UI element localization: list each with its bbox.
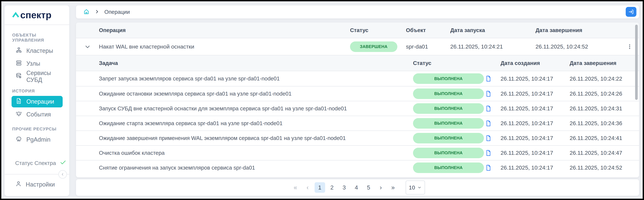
task-created-date: 26.11.2025, 10:24:17: [500, 135, 570, 141]
spectr-status: Статус Спектра: [4, 159, 69, 167]
task-status-badge: ВЫПОЛНЕНА: [413, 163, 484, 173]
task-name: Ожидание завершения применения WAL экзем…: [99, 135, 413, 141]
sidebar-spacer: [4, 147, 69, 159]
sidebar-item-label: PgAdmin: [26, 136, 50, 143]
page-size-select[interactable]: 10: [406, 181, 425, 195]
col-header-start-date: Дата запуска: [450, 27, 536, 33]
pagination-next-button[interactable]: ›: [376, 182, 386, 193]
task-log-file-icon[interactable]: [485, 120, 500, 127]
task-created-date: 26.11.2025, 10:24:17: [500, 165, 570, 171]
task-created-date: 26.11.2025, 10:24:17: [500, 120, 570, 126]
operation-end-date: 26.11.2025, 10:24:52: [536, 43, 620, 50]
task-name: Снятие ограничения на запуск экземпляров…: [99, 165, 413, 171]
sidebar-item-events[interactable]: События: [12, 109, 63, 120]
task-created-date: 26.11.2025, 10:24:17: [500, 91, 570, 97]
task-end-date: 26.11.2025, 10:24:31: [570, 105, 639, 112]
sidebar-item-operations[interactable]: Операции: [12, 96, 63, 107]
sidebar-divider: [4, 174, 69, 175]
col-header-end-date: Дата завершения: [536, 27, 620, 33]
vertical-scrollbar-thumb[interactable]: [635, 25, 638, 100]
nodes-icon: [16, 60, 22, 68]
collapse-row-chevron-icon[interactable]: [76, 43, 99, 50]
sidebar-item-nodes[interactable]: Узлы: [12, 58, 63, 69]
page-background: спектр ОБЪЕКТЫ УПРАВЛЕНИЯ Кластеры Узлы: [1, 1, 643, 199]
task-log-file-icon[interactable]: [485, 90, 500, 97]
spectr-status-label: Статус Спектра: [15, 160, 56, 166]
task-row: Ожидание остановки экземпляра сервиса sp…: [76, 86, 639, 101]
section-label-objects: ОБЪЕКТЫ УПРАВЛЕНИЯ: [12, 33, 63, 43]
logout-button[interactable]: [626, 7, 636, 17]
task-log-file-icon[interactable]: [485, 150, 500, 156]
col-header-object: Объект: [406, 27, 450, 33]
col-header-created-date: Дата создания: [500, 60, 570, 66]
sidebar-nav: ОБЪЕКТЫ УПРАВЛЕНИЯ Кластеры Узлы Сервисы…: [4, 25, 69, 147]
sidebar-collapse-button[interactable]: [58, 170, 67, 179]
operation-start-date: 26.11.2025, 10:24:21: [450, 43, 536, 50]
task-name: Ожидание старта экземпляра сервиса spr-d…: [99, 120, 413, 126]
task-created-date: 26.11.2025, 10:24:17: [500, 150, 570, 156]
logo-caret-icon: [12, 12, 19, 18]
task-created-date: 26.11.2025, 10:24:17: [500, 105, 570, 112]
task-name: Запуск СУБД вне кластерной оснастки для …: [99, 105, 413, 112]
exit-arrow-icon: [628, 9, 634, 15]
pagination-page-5[interactable]: 5: [364, 182, 374, 193]
pagination-page-4[interactable]: 4: [351, 182, 362, 193]
task-status-badge: ВЫПОЛНЕНА: [413, 118, 484, 129]
task-status-badge: ВЫПОЛНЕНА: [413, 148, 484, 158]
events-bell-icon: [16, 110, 22, 119]
section-label-history: ИСТОРИЯ: [12, 89, 63, 94]
pagination-page-3[interactable]: 3: [339, 182, 350, 193]
task-status-badge: ВЫПОЛНЕНА: [413, 133, 484, 143]
sidebar-item-label: Операции: [26, 98, 54, 105]
pagination-prev-button[interactable]: ‹: [302, 182, 313, 193]
task-row: Очистка ошибок кластера ВЫПОЛНЕНА 26.11.…: [76, 145, 639, 160]
task-log-file-icon[interactable]: [485, 75, 500, 82]
task-log-file-icon[interactable]: [485, 164, 500, 171]
task-end-date: 26.11.2025, 10:24:52: [570, 165, 639, 171]
home-icon[interactable]: [83, 8, 90, 15]
task-end-date: 26.11.2025, 10:24:36: [570, 120, 639, 126]
operations-table: Операция Статус Объект Дата запуска Дата…: [76, 22, 639, 177]
task-status-badge: ВЫПОЛНЕНА: [413, 89, 484, 99]
page-size-value: 10: [409, 184, 415, 191]
pagination-first-button[interactable]: «: [290, 182, 301, 193]
col-header-operation: Операция: [99, 27, 350, 33]
user-icon: [15, 181, 22, 189]
cluster-icon: [16, 47, 22, 55]
col-header-status: Статус: [350, 27, 406, 33]
sidebar: спектр ОБЪЕКТЫ УПРАВЛЕНИЯ Кластеры Узлы: [4, 5, 69, 196]
task-created-date: 26.11.2025, 10:24:17: [500, 76, 570, 82]
pagination-page-2[interactable]: 2: [327, 182, 337, 193]
task-row: Ожидание завершения применения WAL экзем…: [76, 130, 639, 145]
task-log-file-icon[interactable]: [485, 105, 500, 112]
sidebar-item-db-services[interactable]: Сервисы СУБД: [12, 71, 63, 82]
task-name: Очистка ошибок кластера: [99, 150, 413, 156]
screen: спектр ОБЪЕКТЫ УПРАВЛЕНИЯ Кластеры Узлы: [0, 0, 644, 200]
col-header-task-end-date: Дата завершения: [570, 60, 639, 66]
breadcrumb-bar: Операции: [76, 5, 639, 18]
status-check-icon: [60, 159, 66, 167]
pgadmin-elephant-icon: [16, 136, 22, 144]
task-row: Снятие ограничения на запуск экземпляров…: [76, 160, 639, 175]
task-status-badge: ВЫПОЛНЕНА: [413, 73, 484, 84]
settings-button[interactable]: Настройки: [4, 175, 69, 196]
sidebar-item-pgadmin[interactable]: PgAdmin: [12, 134, 63, 145]
operation-status-badge: ЗАВЕРШЕНА: [350, 41, 397, 52]
task-log-file-icon[interactable]: [485, 135, 500, 142]
sidebar-item-label: Сервисы СУБД: [26, 70, 59, 83]
operation-row[interactable]: Накат WAL вне кластерной оснастки ЗАВЕРШ…: [76, 38, 639, 55]
db-services-icon: [16, 73, 22, 81]
sidebar-item-label: Узлы: [26, 60, 40, 67]
pagination-last-button[interactable]: »: [388, 182, 398, 193]
operation-name: Накат WAL вне кластерной оснастки: [99, 43, 350, 50]
task-row: Ожидание старта экземпляра сервиса spr-d…: [76, 116, 639, 130]
pagination-page-1[interactable]: 1: [314, 182, 325, 193]
task-row: Запрет запуска экземпляров сервиса spr-d…: [76, 71, 639, 86]
chevron-down-icon: [417, 185, 422, 190]
task-status-badge: ВЫПОЛНЕНА: [413, 103, 484, 114]
col-header-task-status: Статус: [413, 60, 485, 66]
task-end-date: 26.11.2025, 10:24:41: [570, 135, 639, 141]
sidebar-item-clusters[interactable]: Кластеры: [12, 45, 63, 57]
operations-doc-icon: [16, 98, 22, 106]
operation-object: spr-da01: [406, 43, 450, 50]
